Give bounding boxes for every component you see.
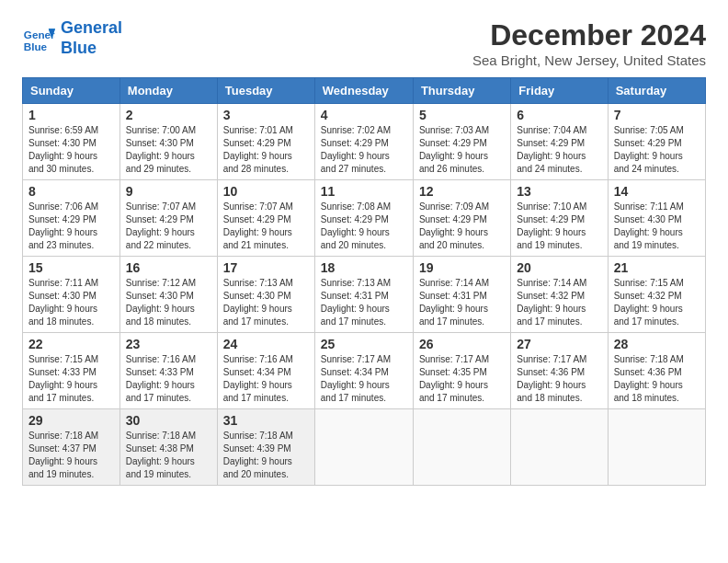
day-cell: 3Sunrise: 7:01 AMSunset: 4:29 PMDaylight… [217, 104, 314, 180]
weekday-header-row: SundayMondayTuesdayWednesdayThursdayFrid… [23, 78, 706, 104]
day-number: 22 [28, 337, 114, 351]
day-number: 11 [321, 184, 407, 199]
day-number: 13 [517, 184, 601, 199]
day-info: Sunrise: 7:08 AMSunset: 4:29 PMDaylight:… [321, 201, 407, 252]
day-info: Sunrise: 7:01 AMSunset: 4:29 PMDaylight:… [223, 124, 309, 176]
day-number: 19 [419, 260, 505, 275]
day-cell [413, 409, 510, 486]
day-number: 1 [28, 108, 114, 122]
day-cell [608, 409, 705, 486]
header: General Blue General Blue December 2024 … [22, 18, 706, 68]
day-number: 25 [321, 337, 407, 351]
day-cell: 28Sunrise: 7:18 AMSunset: 4:36 PMDayligh… [608, 333, 705, 409]
weekday-sunday: Sunday [23, 78, 120, 104]
day-cell: 9Sunrise: 7:07 AMSunset: 4:29 PMDaylight… [119, 180, 217, 257]
day-cell: 31Sunrise: 7:18 AMSunset: 4:39 PMDayligh… [217, 409, 314, 486]
day-info: Sunrise: 7:18 AMSunset: 4:37 PMDaylight:… [28, 430, 114, 481]
weekday-friday: Friday [511, 78, 608, 104]
day-cell: 16Sunrise: 7:12 AMSunset: 4:30 PMDayligh… [119, 257, 217, 333]
svg-text:Blue: Blue [24, 40, 48, 52]
day-info: Sunrise: 7:12 AMSunset: 4:30 PMDaylight:… [126, 277, 211, 328]
day-cell: 27Sunrise: 7:17 AMSunset: 4:36 PMDayligh… [511, 333, 608, 409]
day-number: 2 [126, 108, 211, 122]
day-info: Sunrise: 7:16 AMSunset: 4:34 PMDaylight:… [223, 353, 309, 405]
week-row-5: 29Sunrise: 7:18 AMSunset: 4:37 PMDayligh… [23, 409, 706, 486]
day-cell: 24Sunrise: 7:16 AMSunset: 4:34 PMDayligh… [217, 333, 314, 409]
day-info: Sunrise: 7:07 AMSunset: 4:29 PMDaylight:… [223, 201, 309, 252]
day-info: Sunrise: 7:13 AMSunset: 4:31 PMDaylight:… [321, 277, 407, 328]
day-info: Sunrise: 7:02 AMSunset: 4:29 PMDaylight:… [321, 124, 407, 176]
day-number: 12 [419, 184, 505, 199]
day-number: 26 [419, 337, 505, 351]
weekday-wednesday: Wednesday [314, 78, 413, 104]
day-cell: 15Sunrise: 7:11 AMSunset: 4:30 PMDayligh… [23, 257, 120, 333]
day-cell: 25Sunrise: 7:17 AMSunset: 4:34 PMDayligh… [314, 333, 413, 409]
day-number: 20 [517, 260, 601, 275]
subtitle: Sea Bright, New Jersey, United States [472, 52, 706, 68]
week-row-1: 1Sunrise: 6:59 AMSunset: 4:30 PMDaylight… [23, 104, 706, 180]
calendar-table: SundayMondayTuesdayWednesdayThursdayFrid… [22, 77, 706, 486]
day-number: 16 [126, 260, 211, 275]
day-number: 24 [223, 337, 309, 351]
day-number: 29 [28, 413, 114, 428]
day-cell: 26Sunrise: 7:17 AMSunset: 4:35 PMDayligh… [413, 333, 510, 409]
day-info: Sunrise: 7:00 AMSunset: 4:30 PMDaylight:… [126, 124, 211, 176]
day-cell: 5Sunrise: 7:03 AMSunset: 4:29 PMDaylight… [413, 104, 510, 180]
day-cell: 20Sunrise: 7:14 AMSunset: 4:32 PMDayligh… [511, 257, 608, 333]
day-info: Sunrise: 7:13 AMSunset: 4:30 PMDaylight:… [223, 277, 309, 328]
logo: General Blue General Blue [22, 18, 122, 58]
day-info: Sunrise: 7:11 AMSunset: 4:30 PMDaylight:… [28, 277, 114, 328]
logo-line1: General [61, 18, 122, 37]
day-number: 5 [419, 108, 505, 122]
day-cell: 12Sunrise: 7:09 AMSunset: 4:29 PMDayligh… [413, 180, 510, 257]
logo-icon: General Blue [22, 22, 55, 55]
day-cell: 7Sunrise: 7:05 AMSunset: 4:29 PMDaylight… [608, 104, 705, 180]
day-info: Sunrise: 7:03 AMSunset: 4:29 PMDaylight:… [419, 124, 505, 176]
day-cell: 14Sunrise: 7:11 AMSunset: 4:30 PMDayligh… [608, 180, 705, 257]
weekday-tuesday: Tuesday [217, 78, 314, 104]
day-cell: 29Sunrise: 7:18 AMSunset: 4:37 PMDayligh… [23, 409, 120, 486]
weekday-monday: Monday [119, 78, 217, 104]
title-area: December 2024 Sea Bright, New Jersey, Un… [472, 18, 706, 68]
day-number: 27 [517, 337, 601, 351]
day-number: 4 [321, 108, 407, 122]
day-number: 31 [223, 413, 309, 428]
day-number: 3 [223, 108, 309, 122]
day-number: 15 [28, 260, 114, 275]
day-info: Sunrise: 7:15 AMSunset: 4:32 PMDaylight:… [614, 277, 700, 328]
logo-text: General Blue [61, 18, 122, 58]
day-info: Sunrise: 7:17 AMSunset: 4:35 PMDaylight:… [419, 353, 505, 405]
day-cell: 2Sunrise: 7:00 AMSunset: 4:30 PMDaylight… [119, 104, 217, 180]
day-cell: 4Sunrise: 7:02 AMSunset: 4:29 PMDaylight… [314, 104, 413, 180]
day-number: 30 [126, 413, 211, 428]
day-cell: 21Sunrise: 7:15 AMSunset: 4:32 PMDayligh… [608, 257, 705, 333]
day-info: Sunrise: 7:11 AMSunset: 4:30 PMDaylight:… [614, 201, 700, 252]
weekday-thursday: Thursday [413, 78, 510, 104]
day-cell [511, 409, 608, 486]
day-number: 8 [28, 184, 114, 199]
day-cell: 18Sunrise: 7:13 AMSunset: 4:31 PMDayligh… [314, 257, 413, 333]
day-cell: 11Sunrise: 7:08 AMSunset: 4:29 PMDayligh… [314, 180, 413, 257]
day-cell: 10Sunrise: 7:07 AMSunset: 4:29 PMDayligh… [217, 180, 314, 257]
day-info: Sunrise: 7:15 AMSunset: 4:33 PMDaylight:… [28, 353, 114, 405]
day-cell: 1Sunrise: 6:59 AMSunset: 4:30 PMDaylight… [23, 104, 120, 180]
week-row-3: 15Sunrise: 7:11 AMSunset: 4:30 PMDayligh… [23, 257, 706, 333]
day-cell: 13Sunrise: 7:10 AMSunset: 4:29 PMDayligh… [511, 180, 608, 257]
day-number: 18 [321, 260, 407, 275]
day-info: Sunrise: 7:14 AMSunset: 4:32 PMDaylight:… [517, 277, 601, 328]
day-info: Sunrise: 7:17 AMSunset: 4:36 PMDaylight:… [517, 353, 601, 405]
day-info: Sunrise: 6:59 AMSunset: 4:30 PMDaylight:… [28, 124, 114, 176]
day-cell: 22Sunrise: 7:15 AMSunset: 4:33 PMDayligh… [23, 333, 120, 409]
day-info: Sunrise: 7:06 AMSunset: 4:29 PMDaylight:… [28, 201, 114, 252]
day-cell [314, 409, 413, 486]
day-cell: 8Sunrise: 7:06 AMSunset: 4:29 PMDaylight… [23, 180, 120, 257]
day-info: Sunrise: 7:17 AMSunset: 4:34 PMDaylight:… [321, 353, 407, 405]
main-title: December 2024 [472, 18, 706, 52]
logo-line2: Blue [61, 39, 97, 57]
day-info: Sunrise: 7:18 AMSunset: 4:36 PMDaylight:… [614, 353, 700, 405]
day-number: 7 [614, 108, 700, 122]
day-number: 17 [223, 260, 309, 275]
day-info: Sunrise: 7:07 AMSunset: 4:29 PMDaylight:… [126, 201, 211, 252]
day-cell: 30Sunrise: 7:18 AMSunset: 4:38 PMDayligh… [119, 409, 217, 486]
day-cell: 17Sunrise: 7:13 AMSunset: 4:30 PMDayligh… [217, 257, 314, 333]
